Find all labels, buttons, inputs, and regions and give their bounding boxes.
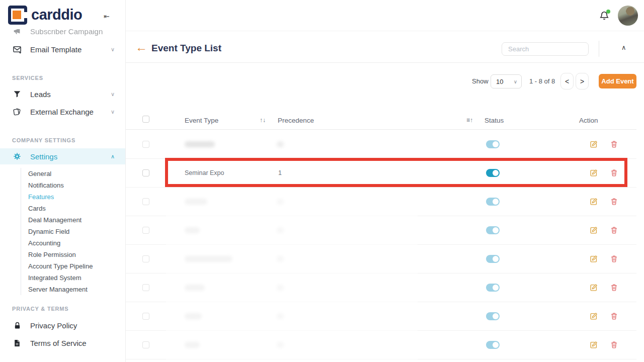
edit-icon[interactable]: [589, 226, 598, 235]
section-company-settings: COMPANY SETTINGS: [12, 137, 75, 143]
event-type-cell: Seminar Expo: [185, 169, 224, 176]
sidebar: carddio ⇤ Subscriber Campaign Email Temp…: [0, 0, 126, 362]
sort-amount-icon[interactable]: ≡↑: [466, 117, 473, 124]
status-toggle[interactable]: [486, 140, 500, 148]
row-checkbox[interactable]: [142, 198, 149, 205]
delete-icon[interactable]: [610, 168, 619, 177]
submenu-item-account-type-pipeline[interactable]: Account Type Pipeline: [28, 260, 93, 272]
sidebar-item-email-template[interactable]: Email Template ∨: [0, 41, 126, 57]
redacted-precedence-blob: [277, 285, 284, 291]
edit-icon[interactable]: [589, 197, 598, 206]
table-header: Event Type ↑↓ Precedence ≡↑ Status Actio…: [126, 114, 636, 130]
table-row: [126, 216, 636, 245]
sidebar-item-leads[interactable]: Leads ∨: [0, 86, 126, 102]
chevron-up-icon: ∧: [111, 153, 115, 160]
delete-icon[interactable]: [610, 254, 619, 263]
table-row: Seminar Expo 1: [126, 159, 636, 188]
lock-icon: [12, 320, 22, 330]
section-services: SERVICES: [12, 75, 43, 81]
table-row: [126, 302, 636, 331]
carddio-logo-icon: [8, 6, 27, 25]
submenu-item-general[interactable]: General: [28, 168, 93, 179]
submenu-item-cards[interactable]: Cards: [28, 203, 93, 214]
row-checkbox[interactable]: [142, 313, 149, 320]
table-row: [126, 130, 636, 159]
table-row: [126, 245, 636, 274]
redacted-name-blob: [185, 342, 200, 348]
submenu-item-deal-management[interactable]: Deal Management: [28, 214, 93, 226]
delete-icon[interactable]: [610, 312, 619, 321]
table-body: Seminar Expo 1: [126, 130, 636, 359]
redacted-name-blob: [185, 199, 207, 205]
submenu-item-role-permission[interactable]: Role Permission: [28, 249, 93, 260]
row-checkbox[interactable]: [142, 141, 149, 148]
status-toggle[interactable]: [486, 284, 500, 292]
edit-icon[interactable]: [589, 283, 598, 292]
brand-name: carddio: [31, 7, 82, 23]
table-row: [126, 274, 636, 302]
status-toggle[interactable]: [486, 341, 500, 349]
precedence-cell: 1: [278, 169, 282, 176]
settings-submenu: General Notifications Features Cards Dea…: [21, 168, 93, 295]
table-row: [126, 188, 636, 216]
sort-icon[interactable]: ↑↓: [260, 117, 266, 124]
redacted-name-blob: [185, 141, 215, 147]
submenu-item-notifications[interactable]: Notifications: [28, 179, 93, 191]
select-all-checkbox[interactable]: [142, 116, 149, 123]
col-status: Status: [485, 117, 504, 124]
row-checkbox[interactable]: [142, 169, 149, 176]
edit-icon[interactable]: [589, 312, 598, 321]
envelope-icon: [12, 44, 22, 54]
delete-icon[interactable]: [610, 226, 619, 235]
sidebar-item-terms-of-service[interactable]: Terms of Service: [0, 335, 126, 351]
status-toggle[interactable]: [486, 169, 500, 177]
status-toggle[interactable]: [486, 198, 500, 206]
sidebar-item-privacy-policy[interactable]: Privacy Policy: [0, 317, 126, 333]
col-action: Action: [579, 117, 598, 124]
redacted-name-blob: [185, 256, 232, 262]
submenu-item-server-management[interactable]: Server Management: [28, 284, 93, 295]
row-checkbox[interactable]: [142, 255, 149, 262]
delete-icon[interactable]: [610, 197, 619, 206]
redacted-name-blob: [185, 285, 205, 291]
submenu-item-accounting[interactable]: Accounting: [28, 237, 93, 249]
edit-icon[interactable]: [589, 140, 598, 149]
sidebar-item-settings[interactable]: Settings ∧: [0, 148, 126, 164]
col-event-type: Event Type: [185, 117, 218, 124]
redacted-precedence-blob: [277, 342, 284, 348]
document-icon: [12, 338, 22, 348]
redacted-precedence-blob: [277, 141, 284, 147]
row-checkbox[interactable]: [142, 227, 149, 234]
sidebar-collapse-icon[interactable]: ⇤: [104, 12, 110, 20]
status-toggle[interactable]: [486, 226, 500, 234]
submenu-item-dynamic-field[interactable]: Dynamic Field: [28, 226, 93, 237]
cards-icon: [12, 107, 22, 117]
redacted-name-blob: [185, 313, 202, 319]
submenu-item-integrated-system[interactable]: Integrated System: [28, 272, 93, 284]
delete-icon[interactable]: [610, 140, 619, 149]
event-type-table: Event Type ↑↓ Precedence ≡↑ Status Actio…: [126, 0, 644, 362]
sidebar-item-external-exchange[interactable]: External Exchange ∨: [0, 104, 126, 120]
redacted-precedence-blob: [277, 199, 284, 205]
row-checkbox[interactable]: [142, 341, 149, 348]
brand-logo[interactable]: carddio ⇤: [0, 0, 126, 29]
chevron-down-icon: ∨: [111, 91, 115, 98]
section-privacy-terms: PRIVACY & TERMS: [12, 306, 68, 312]
row-checkbox[interactable]: [142, 284, 149, 291]
edit-icon[interactable]: [589, 254, 598, 263]
edit-icon[interactable]: [589, 168, 598, 177]
chevron-down-icon: ∨: [111, 109, 115, 115]
delete-icon[interactable]: [610, 340, 619, 349]
redacted-name-blob: [185, 227, 200, 233]
delete-icon[interactable]: [610, 283, 619, 292]
status-toggle[interactable]: [486, 312, 500, 320]
gear-icon: [12, 151, 22, 161]
edit-icon[interactable]: [589, 340, 598, 349]
submenu-item-features[interactable]: Features: [28, 191, 93, 203]
redacted-precedence-blob: [277, 256, 284, 262]
funnel-icon: [12, 89, 22, 99]
redacted-precedence-blob: [277, 227, 284, 233]
status-toggle[interactable]: [486, 255, 500, 263]
chevron-down-icon: ∨: [111, 46, 115, 53]
col-precedence: Precedence: [278, 117, 314, 124]
